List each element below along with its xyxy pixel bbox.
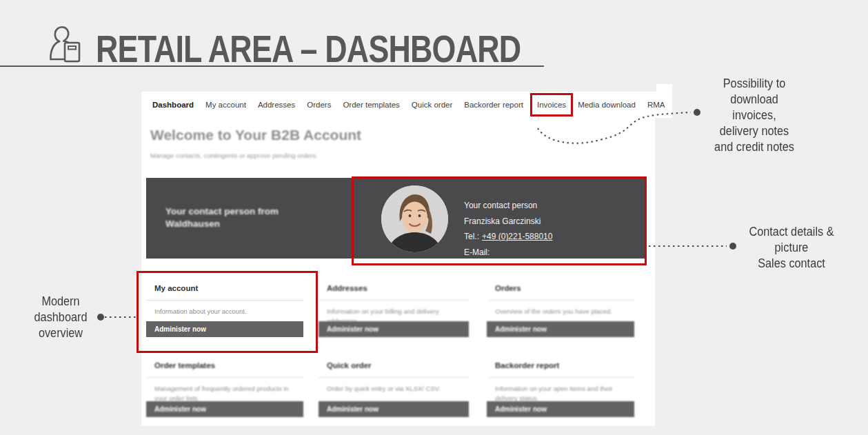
card-description: Information about your account. bbox=[146, 301, 303, 316]
contact-avatar bbox=[381, 185, 448, 252]
contact-details: Your contact person Franziska Garczinski… bbox=[464, 198, 552, 260]
nav-item-rma[interactable]: RMA bbox=[647, 101, 665, 109]
annotation-line: overview bbox=[14, 325, 107, 341]
nav-item-invoices[interactable]: Invoices bbox=[530, 93, 573, 117]
card-title: Orders bbox=[487, 273, 634, 301]
nav-item-my-account[interactable]: My account bbox=[205, 101, 246, 109]
phone-link[interactable]: +49 (0)221-588010 bbox=[482, 232, 552, 241]
card-title: My account bbox=[146, 273, 303, 301]
card-description: Overview of the orders you have placed. bbox=[487, 301, 634, 316]
contact-card-highlight-box: Your contact person Franziska Garczinski… bbox=[352, 176, 647, 265]
administer-now-button[interactable]: Administer now bbox=[487, 321, 634, 337]
contact-photo bbox=[381, 185, 448, 252]
card-quick-order: Quick order Order by quick entry or via … bbox=[319, 350, 469, 417]
nav-item-media-download[interactable]: Media download bbox=[578, 101, 636, 109]
annotation-contact: Contact details & picture Sales contact bbox=[735, 224, 848, 272]
contact-name: Franziska Garczinski bbox=[464, 214, 552, 230]
card-my-account: My account Information about your accoun… bbox=[146, 273, 303, 337]
contact-banner-heading: Your contact person from Waldhausen bbox=[165, 205, 296, 230]
card-backorder-report: Backorder report Information on your ope… bbox=[487, 350, 634, 417]
nav-item-dashboard[interactable]: Dashboard bbox=[152, 101, 194, 109]
card-title: Backorder report bbox=[487, 350, 634, 378]
annotation-line: invoices, bbox=[699, 108, 809, 123]
annotation-line: Modern bbox=[14, 294, 107, 310]
dashboard-navbar: Dashboard My account Addresses Orders Or… bbox=[141, 92, 672, 118]
annotation-line: dashboard bbox=[14, 310, 107, 325]
person-with-badge-icon bbox=[48, 25, 84, 63]
dashboard-content: Welcome to Your B2B Account Manage conta… bbox=[141, 118, 655, 426]
card-title: Addresses bbox=[319, 273, 469, 301]
nav-item-addresses[interactable]: Addresses bbox=[258, 101, 295, 109]
title-underline bbox=[0, 65, 544, 67]
nav-item-backorder-report[interactable]: Backorder report bbox=[464, 101, 523, 109]
annotation-line: delivery notes bbox=[699, 123, 809, 139]
card-title: Quick order bbox=[319, 350, 469, 378]
annotation-line: Sales contact bbox=[735, 256, 848, 272]
administer-now-button[interactable]: Administer now bbox=[319, 321, 469, 337]
card-description: Management of frequently ordered product… bbox=[146, 378, 303, 403]
card-title: Order templates bbox=[146, 350, 303, 378]
annotation-invoices: Possibility to download invoices, delive… bbox=[699, 76, 809, 155]
nav-item-quick-order[interactable]: Quick order bbox=[412, 101, 452, 109]
administer-now-button[interactable]: Administer now bbox=[319, 401, 469, 417]
annotation-dashboard: Modern dashboard overview bbox=[14, 294, 107, 341]
welcome-subtitle: Manage contacts, contingents or approve … bbox=[150, 152, 318, 159]
contact-email-label: E-Mail: bbox=[464, 245, 552, 261]
contact-tel-line: Tel.:+49 (0)221-588010 bbox=[464, 229, 552, 245]
annotation-line: Possibility to bbox=[699, 76, 809, 92]
tel-label: Tel.: bbox=[464, 232, 479, 241]
card-description: Order by quick entry or via XLSX/ CSV. bbox=[319, 378, 469, 394]
card-orders: Orders Overview of the orders you have p… bbox=[487, 273, 634, 337]
administer-now-button[interactable]: Administer now bbox=[146, 401, 303, 417]
card-addresses: Addresses Information on your billing an… bbox=[319, 273, 469, 337]
page-title: RETAIL AREA – DASHBOARD bbox=[96, 26, 521, 71]
annotation-line: picture bbox=[735, 240, 848, 256]
slide-canvas: RETAIL AREA – DASHBOARD Dashboard My acc… bbox=[0, 0, 868, 435]
annotation-line: download bbox=[699, 92, 809, 108]
administer-now-button[interactable]: Administer now bbox=[146, 321, 303, 337]
annotation-line: and credit notes bbox=[699, 139, 809, 155]
card-order-templates: Order templates Management of frequently… bbox=[146, 350, 303, 417]
welcome-heading: Welcome to Your B2B Account bbox=[150, 127, 361, 143]
contact-label: Your contact person bbox=[464, 198, 552, 214]
administer-now-button[interactable]: Administer now bbox=[487, 401, 634, 417]
nav-item-order-templates[interactable]: Order templates bbox=[343, 101, 399, 109]
nav-item-orders[interactable]: Orders bbox=[307, 101, 331, 109]
card-description: Information on your open items and their… bbox=[487, 378, 634, 403]
annotation-line: Contact details & bbox=[735, 224, 848, 240]
